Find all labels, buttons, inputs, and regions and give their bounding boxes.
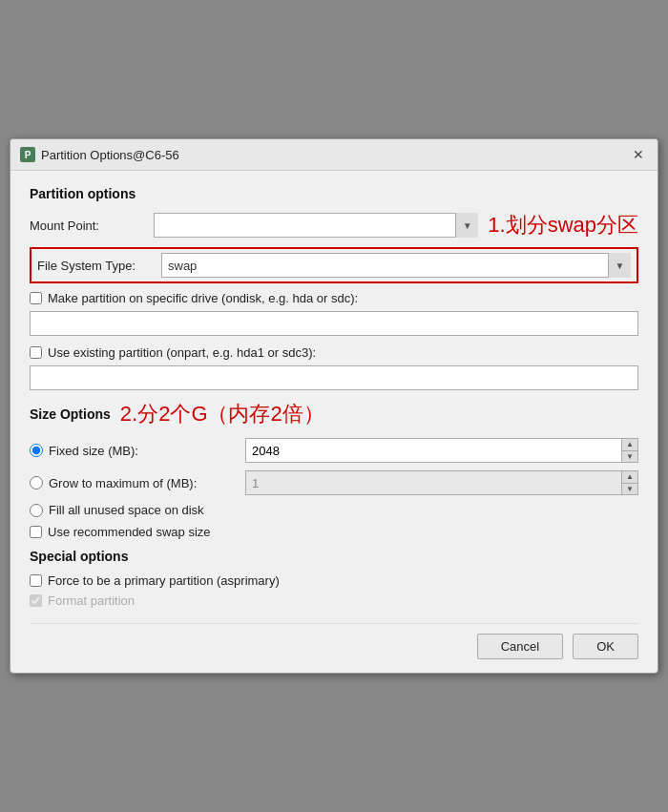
onpart-checkbox[interactable] [30, 346, 42, 359]
mount-point-label: Mount Point: [30, 219, 154, 233]
recommended-swap-label[interactable]: Use recommended swap size [48, 525, 211, 539]
window-icon-letter: P [25, 150, 31, 160]
size-options-header: Size Options 2.分2个G（内存2倍） [30, 400, 638, 428]
fixed-size-up-button[interactable]: ▲ [622, 439, 637, 450]
title-bar: P Partition Options@C6-56 ✕ [10, 139, 658, 171]
grow-max-label[interactable]: Grow to maximum of (MB): [49, 476, 240, 490]
format-label[interactable]: Format partition [48, 593, 135, 608]
mount-point-input-wrap: ▼ [154, 213, 478, 238]
fs-type-select[interactable]: swap ext2 ext3 ext4 vfat [161, 253, 631, 278]
close-button[interactable]: ✕ [629, 145, 648, 164]
dialog-content: Partition options Mount Point: ▼ 1.划分swa… [10, 171, 658, 673]
fs-type-input-wrap: swap ext2 ext3 ext4 vfat ▼ [161, 253, 631, 278]
special-options-title: Special options [30, 549, 638, 564]
title-bar-left: P Partition Options@C6-56 [20, 147, 179, 162]
grow-max-row: Grow to maximum of (MB): 1 ▲ ▼ [30, 470, 638, 495]
grow-max-radio[interactable] [30, 476, 43, 489]
mount-point-row: Mount Point: ▼ 1.划分swap分区 [30, 211, 638, 239]
ondisk-label[interactable]: Make partition on specific drive (ondisk… [48, 291, 358, 305]
fixed-size-label[interactable]: Fixed size (MB): [49, 444, 240, 458]
onpart-input[interactable] [30, 365, 638, 390]
annotation-2: 2.分2个G（内存2倍） [120, 400, 324, 428]
partition-options-title: Partition options [30, 186, 638, 201]
ondisk-checkbox[interactable] [30, 292, 42, 304]
fixed-size-down-button[interactable]: ▼ [622, 450, 637, 463]
onpart-checkbox-row: Use existing partition (onpart, e.g. hda… [30, 345, 638, 360]
fixed-size-row: Fixed size (MB): 2048 ▲ ▼ [30, 438, 638, 463]
special-options-section: Special options Force to be a primary pa… [30, 549, 638, 608]
mount-point-select[interactable] [154, 213, 478, 238]
size-options-title: Size Options [30, 406, 111, 422]
fill-disk-radio[interactable] [30, 504, 43, 517]
window-title: Partition Options@C6-56 [41, 148, 179, 162]
fs-type-row: File System Type: swap ext2 ext3 ext4 vf… [30, 247, 638, 283]
fixed-size-radio[interactable] [30, 444, 43, 457]
window-icon: P [20, 147, 35, 162]
fill-disk-row: Fill all unused space on disk [30, 503, 638, 517]
recommended-swap-row: Use recommended swap size [30, 525, 638, 539]
format-checkbox[interactable] [30, 594, 42, 607]
grow-max-input[interactable]: 1 [245, 470, 621, 495]
annotation-1: 1.划分swap分区 [488, 211, 638, 239]
partition-options-dialog: P Partition Options@C6-56 ✕ Partition op… [10, 138, 658, 674]
ondisk-input[interactable] [30, 311, 638, 336]
ondisk-checkbox-row: Make partition on specific drive (ondisk… [30, 291, 638, 305]
fixed-size-spin-buttons: ▲ ▼ [621, 438, 638, 463]
asprimary-row: Force to be a primary partition (asprima… [30, 573, 638, 588]
grow-max-spin-buttons: ▲ ▼ [621, 470, 638, 495]
fill-disk-label[interactable]: Fill all unused space on disk [49, 503, 240, 517]
button-row: Cancel OK [30, 623, 638, 659]
fs-type-label: File System Type: [37, 259, 161, 273]
ok-button[interactable]: OK [573, 634, 638, 659]
grow-max-up-button[interactable]: ▲ [622, 471, 637, 483]
grow-max-down-button[interactable]: ▼ [622, 483, 637, 495]
recommended-swap-checkbox[interactable] [30, 526, 42, 538]
format-row: Format partition [30, 593, 638, 608]
asprimary-label[interactable]: Force to be a primary partition (asprima… [48, 573, 280, 588]
fixed-size-input[interactable]: 2048 [245, 438, 621, 463]
asprimary-checkbox[interactable] [30, 574, 42, 587]
onpart-label[interactable]: Use existing partition (onpart, e.g. hda… [48, 345, 316, 360]
grow-max-spinbox-wrap: 1 ▲ ▼ [245, 470, 638, 495]
cancel-button[interactable]: Cancel [477, 634, 563, 659]
fixed-size-spinbox-wrap: 2048 ▲ ▼ [245, 438, 638, 463]
